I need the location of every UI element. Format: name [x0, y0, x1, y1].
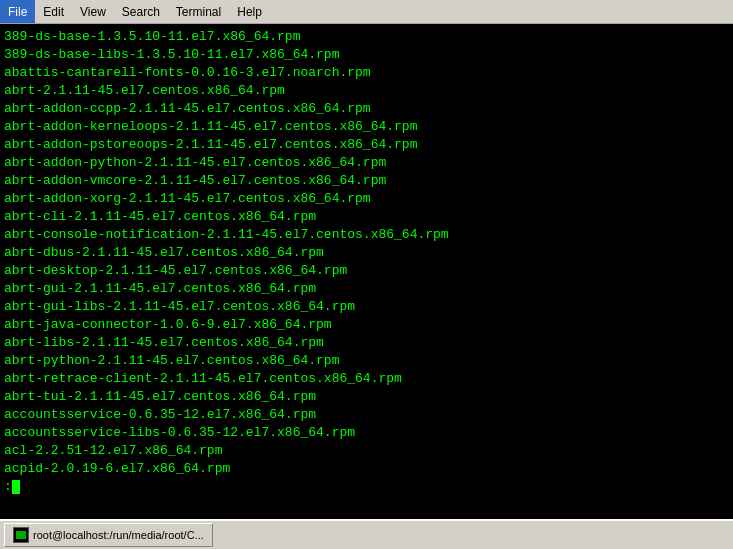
menu-terminal[interactable]: Terminal: [168, 0, 229, 23]
menu-edit[interactable]: Edit: [35, 0, 72, 23]
terminal-line: abrt-addon-vmcore-2.1.11-45.el7.centos.x…: [4, 172, 729, 190]
terminal-line: abattis-cantarell-fonts-0.0.16-3.el7.noa…: [4, 64, 729, 82]
terminal-line: abrt-python-2.1.11-45.el7.centos.x86_64.…: [4, 352, 729, 370]
terminal-line: abrt-retrace-client-2.1.11-45.el7.centos…: [4, 370, 729, 388]
terminal-line: acl-2.2.51-12.el7.x86_64.rpm: [4, 442, 729, 460]
prompt-text: :: [4, 478, 12, 496]
terminal-line: abrt-gui-2.1.11-45.el7.centos.x86_64.rpm: [4, 280, 729, 298]
terminal-line: abrt-dbus-2.1.11-45.el7.centos.x86_64.rp…: [4, 244, 729, 262]
terminal-line: abrt-2.1.11-45.el7.centos.x86_64.rpm: [4, 82, 729, 100]
terminal-line: abrt-libs-2.1.11-45.el7.centos.x86_64.rp…: [4, 334, 729, 352]
menu-view[interactable]: View: [72, 0, 114, 23]
menu-search[interactable]: Search: [114, 0, 168, 23]
terminal-line: abrt-addon-ccpp-2.1.11-45.el7.centos.x86…: [4, 100, 729, 118]
terminal-line: abrt-cli-2.1.11-45.el7.centos.x86_64.rpm: [4, 208, 729, 226]
terminal-line: acpid-2.0.19-6.el7.x86_64.rpm: [4, 460, 729, 478]
menu-help[interactable]: Help: [229, 0, 270, 23]
terminal-line: abrt-java-connector-1.0.6-9.el7.x86_64.r…: [4, 316, 729, 334]
menu-file[interactable]: File: [0, 0, 35, 23]
cursor-line: :: [4, 478, 729, 496]
taskbar: root@localhost:/run/media/root/C...: [0, 519, 733, 549]
terminal-line: accountsservice-0.6.35-12.el7.x86_64.rpm: [4, 406, 729, 424]
terminal-line: 389-ds-base-1.3.5.10-11.el7.x86_64.rpm: [4, 28, 729, 46]
terminal-line: abrt-addon-kerneloops-2.1.11-45.el7.cent…: [4, 118, 729, 136]
terminal-line: abrt-gui-libs-2.1.11-45.el7.centos.x86_6…: [4, 298, 729, 316]
cursor: [12, 480, 20, 494]
terminal-icon-inner: [16, 531, 26, 539]
terminal-line: abrt-tui-2.1.11-45.el7.centos.x86_64.rpm: [4, 388, 729, 406]
menubar: File Edit View Search Terminal Help: [0, 0, 733, 24]
terminal-line: abrt-desktop-2.1.11-45.el7.centos.x86_64…: [4, 262, 729, 280]
taskbar-terminal-button[interactable]: root@localhost:/run/media/root/C...: [4, 523, 213, 547]
terminal-line: abrt-addon-pstoreoops-2.1.11-45.el7.cent…: [4, 136, 729, 154]
terminal-icon: [13, 527, 29, 543]
terminal-line: 389-ds-base-libs-1.3.5.10-11.el7.x86_64.…: [4, 46, 729, 64]
taskbar-button-label: root@localhost:/run/media/root/C...: [33, 529, 204, 541]
terminal-line: abrt-addon-xorg-2.1.11-45.el7.centos.x86…: [4, 190, 729, 208]
terminal-line: accountsservice-libs-0.6.35-12.el7.x86_6…: [4, 424, 729, 442]
terminal-line: abrt-addon-python-2.1.11-45.el7.centos.x…: [4, 154, 729, 172]
terminal-content: 389-ds-base-1.3.5.10-11.el7.x86_64.rpm38…: [0, 24, 733, 519]
terminal-line: abrt-console-notification-2.1.11-45.el7.…: [4, 226, 729, 244]
